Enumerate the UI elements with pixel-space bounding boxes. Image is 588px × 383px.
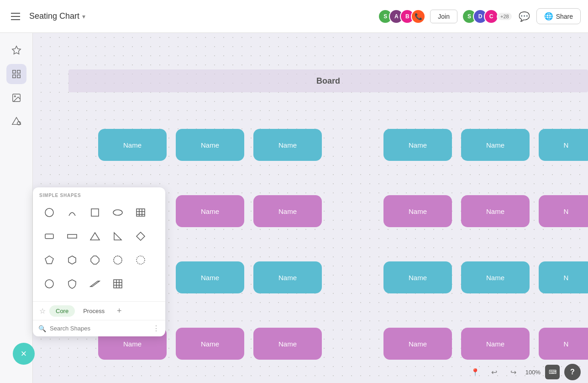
shape-table[interactable]: [131, 202, 151, 223]
shape-pentagon[interactable]: [39, 250, 59, 270]
svg-rect-2: [17, 70, 20, 73]
seat-r3-1[interactable]: Name: [176, 261, 244, 293]
shape-right-triangle[interactable]: [108, 226, 128, 246]
shape-shield[interactable]: [62, 274, 82, 294]
svg-marker-23: [91, 256, 99, 264]
shape-circle[interactable]: [39, 202, 59, 223]
seat-r4-4[interactable]: Name: [383, 328, 452, 360]
shapes-row-3: [39, 250, 159, 270]
seat-r4-5[interactable]: Name: [461, 328, 530, 360]
seat-r1-6[interactable]: N: [539, 129, 588, 161]
shape-diamond[interactable]: [131, 226, 151, 246]
svg-marker-18: [90, 233, 100, 240]
shapes-grid: SIMPLE SHAPES: [33, 187, 165, 301]
header-right: S A B 📞 Join S D C +28 💬 🌐 Share: [378, 8, 581, 24]
svg-point-25: [136, 256, 145, 264]
shape-circle-2[interactable]: [39, 274, 59, 294]
shape-poly9[interactable]: [108, 250, 128, 270]
share-label: Share: [556, 13, 573, 20]
title-area: Seating Chart ▾: [29, 11, 373, 21]
header: Seating Chart ▾ S A B 📞 Join S D C +28 💬…: [0, 0, 588, 33]
seat-r1-1[interactable]: Name: [98, 129, 167, 161]
svg-rect-16: [45, 234, 53, 239]
tab-star-icon[interactable]: ☆: [37, 305, 47, 317]
shapes-row-4: [39, 274, 159, 294]
undo-button[interactable]: ↩: [487, 365, 502, 379]
shapes-tabs: ☆ Core Process +: [33, 301, 165, 320]
help-button[interactable]: ?: [564, 364, 581, 380]
title-dropdown-arrow[interactable]: ▾: [82, 13, 85, 20]
tab-core[interactable]: Core: [49, 305, 75, 317]
svg-rect-1: [12, 70, 15, 73]
tab-process[interactable]: Process: [77, 305, 111, 317]
svg-marker-20: [136, 232, 145, 240]
seat-r4-2[interactable]: Name: [176, 328, 244, 360]
bottom-bar: 📍 ↩ ↪ 100% ⌨ ?: [0, 361, 588, 383]
zoom-level: 100%: [525, 369, 541, 376]
shape-triangle[interactable]: [85, 226, 105, 246]
search-input[interactable]: [50, 325, 149, 332]
shape-rect-rounded[interactable]: [39, 226, 59, 246]
svg-rect-3: [12, 75, 15, 78]
shape-square[interactable]: [85, 202, 105, 223]
seat-r2-3[interactable]: Name: [383, 195, 452, 227]
svg-marker-22: [68, 256, 76, 264]
map-pin-icon[interactable]: 📍: [468, 365, 483, 379]
redo-button[interactable]: ↪: [506, 365, 521, 379]
document-title: Seating Chart: [29, 11, 79, 21]
svg-rect-11: [136, 209, 145, 216]
seat-r3-4[interactable]: Name: [461, 261, 530, 293]
share-button[interactable]: 🌐 Share: [536, 8, 581, 24]
seat-r4-6[interactable]: N: [539, 328, 588, 360]
svg-marker-0: [12, 46, 20, 54]
svg-marker-19: [114, 233, 121, 240]
svg-rect-17: [68, 234, 77, 238]
svg-point-10: [113, 210, 122, 215]
shape-parallelogram[interactable]: [85, 274, 105, 294]
close-fab-button[interactable]: ×: [13, 343, 35, 365]
board-title: Board: [316, 76, 340, 86]
seat-r4-3[interactable]: Name: [253, 328, 322, 360]
svg-point-8: [45, 208, 53, 217]
seat-r2-5[interactable]: N: [539, 195, 588, 227]
shapes-panel: SIMPLE SHAPES: [33, 187, 165, 336]
shape-poly10[interactable]: [131, 250, 151, 270]
seat-r1-4[interactable]: Name: [383, 129, 452, 161]
svg-rect-9: [91, 209, 99, 216]
seat-r3-5[interactable]: N: [539, 261, 588, 293]
left-sidebar: [0, 33, 33, 383]
board-header: Board: [68, 69, 588, 92]
seat-r1-2[interactable]: Name: [176, 129, 244, 161]
svg-rect-28: [114, 280, 122, 288]
sidebar-icon-grid[interactable]: [6, 64, 26, 84]
shapes-row-1: [39, 202, 159, 223]
seat-r3-3[interactable]: Name: [383, 261, 452, 293]
search-more-icon[interactable]: ⋮: [152, 324, 160, 333]
tab-add-button[interactable]: +: [113, 304, 126, 317]
keyboard-icon[interactable]: ⌨: [545, 365, 560, 379]
shape-rect-wide[interactable]: [62, 226, 82, 246]
shape-octagon[interactable]: [85, 250, 105, 270]
shape-arc[interactable]: [62, 202, 82, 223]
svg-marker-27: [90, 281, 100, 287]
seat-r3-2[interactable]: Name: [253, 261, 322, 293]
sidebar-icon-star[interactable]: [6, 40, 26, 60]
seat-r2-1[interactable]: Name: [176, 195, 244, 227]
svg-rect-4: [17, 75, 20, 78]
seat-r2-4[interactable]: Name: [461, 195, 530, 227]
globe-icon: 🌐: [544, 12, 553, 21]
seat-r1-3[interactable]: Name: [253, 129, 322, 161]
chat-button[interactable]: 💬: [517, 9, 532, 24]
menu-button[interactable]: [7, 8, 24, 25]
shape-hexagon[interactable]: [62, 250, 82, 270]
collaborator-avatars: S A B 📞: [378, 9, 425, 24]
sidebar-icon-shapes[interactable]: [6, 112, 26, 132]
seat-r1-5[interactable]: Name: [461, 129, 530, 161]
section-label: SIMPLE SHAPES: [39, 193, 159, 198]
seat-r2-2[interactable]: Name: [253, 195, 322, 227]
shape-grid2[interactable]: [108, 274, 128, 294]
shape-ellipse[interactable]: [108, 202, 128, 223]
sidebar-icon-image[interactable]: [6, 88, 26, 108]
join-button[interactable]: Join: [430, 10, 457, 23]
svg-point-24: [114, 256, 122, 264]
